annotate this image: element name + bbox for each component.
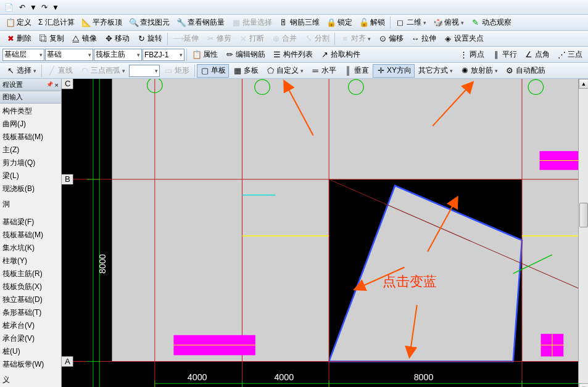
two-points-button[interactable]: ⋮两点 [455,48,487,62]
sidebar-item[interactable]: 基础梁(F) [0,216,61,229]
undo-button[interactable]: ↶ [16,2,28,13]
stretch-button[interactable]: ↔拉伸 [407,32,439,46]
single-board-button[interactable]: ▢单板 [197,64,229,78]
mirror-button[interactable]: ⧋镜像 [68,32,100,46]
2d-icon: ◻ [395,18,405,28]
split-button[interactable]: ⤥分割 [300,32,333,46]
level-top-button[interactable]: 📐平齐板顶 [78,16,125,30]
sidebar-item[interactable]: 桩承台(V) [0,319,61,332]
main-area: 程设置 📌 × 图输入 构件类型 曲网(J) 筏板基础(M) 主(Z) 剪力墙(… [0,79,588,387]
three-point-button[interactable]: ⋰三点 [553,48,586,62]
chevron-down-icon: ▾ [137,52,140,58]
break-button[interactable]: ⤫打断 [235,32,267,46]
perspective-button[interactable]: 🎲俯视▾ [430,16,467,30]
custom-button[interactable]: ⬠自定义▾ [262,64,307,78]
component-list-button[interactable]: ☰构件列表 [269,48,316,62]
redo-button[interactable]: ↷ [38,2,51,13]
sidebar-item[interactable]: 集水坑(K) [0,242,61,255]
sum-calc-button[interactable]: Σ 汇总计算 [35,16,78,30]
point-angle-button[interactable]: ∠点角 [521,48,553,62]
sidebar-item[interactable]: 曲网(J) [0,118,61,131]
sidebar-item[interactable]: 构件类型 [0,105,61,118]
check-rebar-button[interactable]: 🔧查看钢筋量 [173,16,228,30]
sidebar-item[interactable]: 梁(L) [0,169,61,182]
line-button[interactable]: ╱直线 [44,64,76,78]
vertical-button[interactable]: ║垂直 [340,64,372,78]
type-combo[interactable]: 基础▾ [45,49,93,61]
find-elem-button[interactable]: 🔍查找图元 [126,16,173,30]
pin-icon[interactable]: 📌 [46,81,53,89]
pick-component-button[interactable]: ↗拾取构件 [317,48,363,62]
sidebar-item[interactable]: 基础板带(W) [0,358,61,371]
define-button[interactable]: 📋定义 [2,16,35,30]
scrollbar-vertical[interactable]: ▲ ▼ [578,79,588,387]
custom-icon: ⬠ [265,66,275,76]
view-2d-button[interactable]: ◻二维▾ [392,16,429,30]
toolbar-draw: ↖选择▾ ╱直线 ◠三点画弧▾ ▾ ▭矩形 ▢单板 ▦多板 ⬠自定义▾ ═水平 … [0,63,588,79]
drawing-canvas[interactable]: B A C 8000 4000 4000 8000 点击变蓝 [62,79,588,387]
define-label: 定义 [17,17,31,28]
sidebar-item[interactable]: 洞 [0,198,61,211]
xy-direction-button[interactable]: ✛XY方向 [373,64,415,78]
rotate-button[interactable]: ↻旋转 [133,32,165,46]
rebar-3d-button[interactable]: 🎚钢筋三维 [276,16,323,30]
sum-calc-label: Σ 汇总计算 [38,17,75,28]
other-way-button[interactable]: 其它方式▾ [415,64,456,78]
layer-combo-value: 基础层 [4,49,27,60]
edit-rebar-button[interactable]: ✏编辑钢筋 [222,48,268,62]
draw-combo[interactable]: ▾ [129,65,160,77]
close-icon[interactable]: × [55,81,59,89]
sidebar-item[interactable]: 条形基础(T) [0,306,61,319]
dynamic-view-button[interactable]: ✎动态观察 [468,16,515,30]
trim-button[interactable]: ✂修剪 [202,32,234,46]
select-button[interactable]: ↖选择▾ [2,64,39,78]
auto-fit-button[interactable]: ⚙自动配筋 [502,64,549,78]
radiate-button[interactable]: ✺放射筋▾ [457,64,501,78]
sidebar-item[interactable]: 独立基础(D) [0,293,61,306]
parallel-button[interactable]: ∥平行 [488,48,520,62]
merge-button[interactable]: ⊕合并 [268,32,300,46]
move-button[interactable]: ✥移动 [101,32,133,46]
copy-button[interactable]: ⿻复制 [35,32,67,46]
multi-board-button[interactable]: ▦多板 [230,64,262,78]
chevron-down-icon: ▾ [180,52,183,58]
unlock-button[interactable]: 🔓解锁 [356,16,388,30]
sidebar-item[interactable]: 柱墩(Y) [0,255,61,267]
sidebar-item[interactable]: 承台梁(V) [0,332,61,345]
layer-combo[interactable]: 基础层▾ [2,49,44,61]
delete-button[interactable]: ✖删除 [2,32,35,46]
separator [390,17,391,29]
subtype-combo[interactable]: 筏板主筋▾ [94,49,142,61]
view-2d-label: 二维 [407,17,421,28]
set-grip-button[interactable]: ◈设置夹点 [440,32,487,46]
undo-dropdown[interactable]: ▼ [30,3,37,12]
scroll-thumb[interactable] [579,203,588,227]
sidebar-item[interactable]: 筏板主筋(R) [0,267,61,280]
align-button[interactable]: ≡对齐▾ [337,32,374,46]
sidebar-item[interactable]: 筏板负筋(X) [0,280,61,293]
property-icon: 📋 [192,50,202,60]
horizontal-button[interactable]: ═水平 [307,64,339,78]
batch-select-button[interactable]: ▦批量选择 [228,16,275,30]
sidebar-item[interactable]: 桩(U) [0,345,61,358]
sidebar-item[interactable]: 筏板基础(M) [0,229,61,242]
sidebar-item[interactable]: 剪力墙(Q) [0,157,61,169]
arc3-button[interactable]: ◠三点画弧▾ [77,64,128,78]
name-combo[interactable]: FBZJ-1▾ [143,49,184,61]
three-point-label: 三点 [568,49,582,60]
find-icon: 🔍 [129,18,139,28]
extend-button[interactable]: ⟶延伸 [170,32,202,46]
scroll-up-button[interactable]: ▲ [579,79,588,89]
offset-button[interactable]: ⊙偏移 [375,32,407,46]
rect-button[interactable]: ▭矩形 [160,64,193,78]
property-button[interactable]: 📋属性 [189,48,221,62]
sidebar-item[interactable]: 筏板基础(M) [0,131,61,144]
auto-fit-label: 自动配筋 [516,65,545,76]
lock-button[interactable]: 🔒锁定 [323,16,355,30]
sidebar-item[interactable]: 主(Z) [0,144,61,157]
redo-dropdown[interactable]: ▼ [52,3,59,12]
scroll-down-button[interactable]: ▼ [579,383,588,387]
sidebar-item[interactable]: 义 [0,373,61,386]
sidebar-item[interactable]: 现浇板(B) [0,182,61,195]
separator [334,33,335,45]
